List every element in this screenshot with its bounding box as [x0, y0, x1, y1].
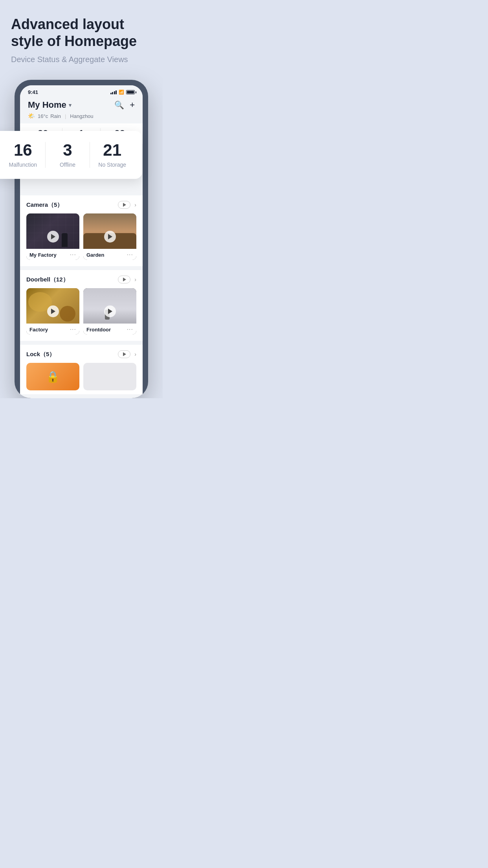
doorbell-play-overlay-1[interactable]: [104, 305, 116, 317]
nostorage-label: No Storage: [90, 162, 134, 168]
camera-name-0: My Factory: [29, 252, 57, 258]
offline-number: 3: [46, 142, 90, 158]
lock-chevron-icon[interactable]: ›: [134, 351, 136, 357]
weather-row: 🌤️ 16°c Rain | Hangzhou: [28, 112, 135, 120]
lock-item-1[interactable]: [83, 363, 136, 390]
camera-play-button[interactable]: [118, 201, 130, 209]
hero-section: Advanced layout style of Homepage Device…: [0, 0, 163, 72]
nostorage-number: 21: [90, 142, 134, 158]
doorbell-play-triangle-icon: [123, 278, 126, 281]
status-bar: 9:41 📶: [20, 85, 143, 97]
malfunction-label: Malfunction: [1, 162, 45, 168]
location-text: Hangzhou: [70, 113, 93, 119]
weather-divider: |: [65, 113, 66, 119]
camera-name-1: Garden: [86, 252, 105, 258]
lock-items-row: 🔒: [26, 363, 136, 390]
doorbell-thumb-1[interactable]: Frontdoor ···: [83, 288, 136, 335]
camera-thumbnails-row: My Factory ··· Garden: [26, 213, 136, 260]
doorbell-play-button[interactable]: [118, 276, 130, 283]
app-header: My Home ▾ 🔍 + 🌤️ 16°c Rain | Hangzhou: [20, 97, 143, 123]
malfunction-number: 16: [1, 142, 45, 158]
malfunction-stat: 16 Malfunction: [1, 142, 45, 168]
doorbell-section: Doorbell（12） ›: [20, 270, 143, 341]
status-time: 9:41: [28, 89, 38, 95]
lock-play-button[interactable]: [118, 350, 130, 358]
home-title-text: My Home: [28, 100, 66, 110]
wifi-icon: 📶: [119, 90, 124, 95]
doorbell-more-0[interactable]: ···: [70, 326, 76, 333]
nostorage-stat: 21 No Storage: [90, 142, 134, 168]
hero-subtitle: Device Status & Aggregate Views: [11, 55, 152, 64]
doorbell-footer-1: Frontdoor ···: [83, 324, 136, 335]
camera-play-overlay-0[interactable]: [47, 231, 59, 243]
camera-footer-0: My Factory ···: [26, 249, 79, 260]
doorbell-thumb-0[interactable]: Factory ···: [26, 288, 79, 335]
signal-icon: [110, 90, 117, 94]
offline-label: Offline: [46, 162, 90, 168]
camera-more-0[interactable]: ···: [70, 251, 76, 258]
lock-section: Lock（5） › 🔒: [20, 345, 143, 394]
lock-section-header: Lock（5） ›: [26, 350, 136, 358]
camera-section-header: Camera（5） ›: [26, 201, 136, 209]
lock-icon-0: 🔒: [46, 370, 60, 383]
add-icon[interactable]: +: [130, 100, 135, 110]
condition-text: Rain: [50, 113, 61, 119]
lock-section-title: Lock（5）: [26, 351, 55, 358]
doorbell-section-title: Doorbell（12）: [26, 276, 69, 283]
lock-item-0[interactable]: 🔒: [26, 363, 79, 390]
camera-thumb-1[interactable]: Garden ···: [83, 213, 136, 260]
header-actions: 🔍 +: [114, 100, 135, 110]
doorbell-name-1: Frontdoor: [86, 327, 111, 333]
scroll-content: Camera（5） ›: [20, 191, 143, 394]
home-title-row[interactable]: My Home ▾: [28, 100, 72, 110]
camera-thumb-0[interactable]: My Factory ···: [26, 213, 79, 260]
camera-chevron-icon[interactable]: ›: [134, 202, 136, 208]
lock-play-triangle-icon: [123, 352, 126, 356]
app-header-top: My Home ▾ 🔍 +: [28, 100, 135, 110]
camera-more-1[interactable]: ···: [127, 251, 133, 258]
phone-mockup: 16 Malfunction 3 Offline 21 No Storage 9…: [15, 80, 148, 398]
battery-icon: [126, 90, 135, 94]
phone-frame: 9:41 📶 M: [15, 80, 148, 398]
doorbell-section-right: ›: [118, 276, 136, 283]
doorbell-more-1[interactable]: ···: [127, 326, 133, 333]
search-icon[interactable]: 🔍: [114, 100, 124, 110]
doorbell-thumbnails-row: Factory ··· Frontdoor: [26, 288, 136, 335]
temperature-text: 16°c: [38, 113, 48, 119]
play-triangle-icon: [123, 203, 126, 207]
camera-section: Camera（5） ›: [20, 195, 143, 266]
doorbell-section-header: Doorbell（12） ›: [26, 276, 136, 283]
camera-play-overlay-1[interactable]: [104, 231, 116, 243]
doorbell-footer-0: Factory ···: [26, 324, 79, 335]
weather-icon: 🌤️: [28, 112, 35, 120]
hero-title: Advanced layout style of Homepage: [11, 16, 152, 50]
status-icons: 📶: [110, 90, 135, 95]
doorbell-chevron-icon[interactable]: ›: [134, 276, 136, 283]
doorbell-play-overlay-0[interactable]: [47, 305, 59, 317]
lock-section-right: ›: [118, 350, 136, 358]
camera-footer-1: Garden ···: [83, 249, 136, 260]
offline-stat: 3 Offline: [45, 142, 90, 168]
floating-stats-card: 16 Malfunction 3 Offline 21 No Storage: [0, 131, 142, 179]
camera-section-right: ›: [118, 201, 136, 209]
camera-section-title: Camera（5）: [26, 201, 63, 209]
dropdown-chevron-icon: ▾: [69, 102, 72, 108]
doorbell-name-0: Factory: [29, 327, 48, 333]
